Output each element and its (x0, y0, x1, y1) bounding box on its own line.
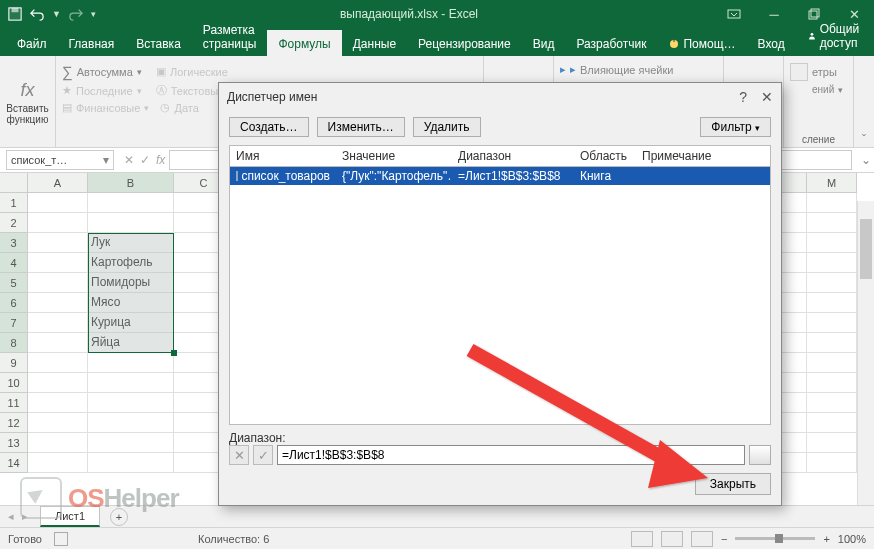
cell[interactable] (88, 413, 174, 433)
col-header[interactable]: B (88, 173, 174, 192)
row-header[interactable]: 6 (0, 293, 27, 313)
cell[interactable] (88, 433, 174, 453)
col-header-range[interactable]: Диапазон (452, 146, 574, 166)
name-list-row[interactable]: список_товаров {"Лук":"Картофель"… =Лист… (230, 167, 770, 185)
tab-review[interactable]: Рецензирование (407, 30, 522, 56)
col-header[interactable]: A (28, 173, 88, 192)
view-normal-button[interactable] (631, 531, 653, 547)
cell[interactable] (807, 333, 857, 353)
range-cancel-icon[interactable]: ✕ (229, 445, 249, 465)
cell[interactable] (807, 273, 857, 293)
fx-icon[interactable]: fx (156, 153, 165, 167)
row-header[interactable]: 1 (0, 193, 27, 213)
cell[interactable] (807, 293, 857, 313)
tab-home[interactable]: Главная (58, 30, 126, 56)
name-box[interactable]: список_т… ▾ (6, 150, 114, 170)
tab-data[interactable]: Данные (342, 30, 407, 56)
enter-formula-icon[interactable]: ✓ (140, 153, 150, 167)
tab-page-layout[interactable]: Разметка страницы (192, 16, 268, 56)
cell[interactable] (807, 433, 857, 453)
cell[interactable] (28, 353, 88, 373)
edit-name-button[interactable]: Изменить… (317, 117, 405, 137)
cell[interactable] (807, 233, 857, 253)
col-header-value[interactable]: Значение (336, 146, 452, 166)
close-button[interactable]: Закрыть (695, 473, 771, 495)
cell[interactable] (28, 413, 88, 433)
qat-dropdown-icon[interactable]: ▼ (52, 9, 61, 19)
col-header-scope[interactable]: Область (574, 146, 636, 166)
collapse-ribbon-icon[interactable]: ˇ (854, 56, 874, 147)
row-header[interactable]: 5 (0, 273, 27, 293)
col-header[interactable]: M (807, 173, 857, 192)
cancel-formula-icon[interactable]: ✕ (124, 153, 134, 167)
tab-file[interactable]: Файл (6, 30, 58, 56)
create-name-button[interactable]: Создать… (229, 117, 309, 137)
sheet-nav-prev-icon[interactable]: ◂ (8, 510, 14, 523)
col-header-name[interactable]: Имя (230, 146, 336, 166)
cell[interactable] (88, 373, 174, 393)
cell[interactable] (28, 453, 88, 473)
range-accept-icon[interactable]: ✓ (253, 445, 273, 465)
qat-customize-icon[interactable]: ▾ (91, 9, 96, 19)
cell[interactable] (807, 373, 857, 393)
expand-formula-bar-icon[interactable]: ⌄ (858, 153, 874, 167)
cell[interactable] (88, 393, 174, 413)
cell[interactable] (28, 333, 88, 353)
cell[interactable] (88, 193, 174, 213)
selection-handle[interactable] (171, 350, 177, 356)
cell[interactable]: Помидоры (88, 273, 174, 293)
cell[interactable] (807, 193, 857, 213)
redo-icon[interactable] (69, 7, 83, 21)
cell[interactable] (28, 433, 88, 453)
tab-view[interactable]: Вид (522, 30, 566, 56)
share-button[interactable]: Общий доступ (796, 16, 874, 56)
cell[interactable] (807, 393, 857, 413)
zoom-level[interactable]: 100% (838, 533, 866, 545)
view-page-layout-button[interactable] (661, 531, 683, 547)
insert-function-button[interactable]: fx Вставить функцию (6, 60, 49, 145)
cell[interactable] (28, 273, 88, 293)
cell[interactable] (807, 313, 857, 333)
dialog-close-icon[interactable]: ✕ (761, 89, 773, 105)
cell[interactable] (28, 253, 88, 273)
row-header[interactable]: 4 (0, 253, 27, 273)
tab-help[interactable]: Помощ… (657, 30, 746, 56)
cell[interactable] (807, 213, 857, 233)
row-header[interactable]: 9 (0, 353, 27, 373)
minimize-button[interactable]: ─ (754, 0, 794, 28)
autosum-button[interactable]: ∑Автосумма ▾ ▣Логические (62, 62, 477, 81)
cell[interactable]: Курица (88, 313, 174, 333)
tab-insert[interactable]: Вставка (125, 30, 192, 56)
select-all-cell[interactable] (0, 173, 28, 193)
delete-name-button[interactable]: Удалить (413, 117, 481, 137)
cell[interactable] (28, 393, 88, 413)
view-page-break-button[interactable] (691, 531, 713, 547)
save-icon[interactable] (8, 7, 22, 21)
cell[interactable]: Картофель (88, 253, 174, 273)
zoom-slider[interactable] (735, 537, 815, 540)
cell[interactable] (28, 193, 88, 213)
cell[interactable] (807, 253, 857, 273)
cell[interactable] (88, 453, 174, 473)
row-header[interactable]: 8 (0, 333, 27, 353)
row-header[interactable]: 12 (0, 413, 27, 433)
row-header[interactable]: 7 (0, 313, 27, 333)
name-list[interactable]: список_товаров {"Лук":"Картофель"… =Лист… (229, 166, 771, 425)
row-header[interactable]: 2 (0, 213, 27, 233)
tab-developer[interactable]: Разработчик (565, 30, 657, 56)
range-selector-button[interactable] (749, 445, 771, 465)
cell[interactable] (88, 353, 174, 373)
zoom-in-button[interactable]: + (823, 533, 829, 545)
trace-precedents-button[interactable]: ▸▸Влияющие ячейки (560, 62, 717, 77)
zoom-out-button[interactable]: − (721, 533, 727, 545)
row-header[interactable]: 14 (0, 453, 27, 473)
cell[interactable]: Мясо (88, 293, 174, 313)
name-box-dropdown-icon[interactable]: ▾ (99, 153, 113, 167)
macro-record-icon[interactable] (54, 532, 68, 546)
cell[interactable] (28, 213, 88, 233)
cell[interactable] (807, 413, 857, 433)
row-header[interactable]: 11 (0, 393, 27, 413)
tab-signin[interactable]: Вход (747, 30, 796, 56)
cell[interactable] (807, 353, 857, 373)
range-input[interactable] (277, 445, 745, 465)
